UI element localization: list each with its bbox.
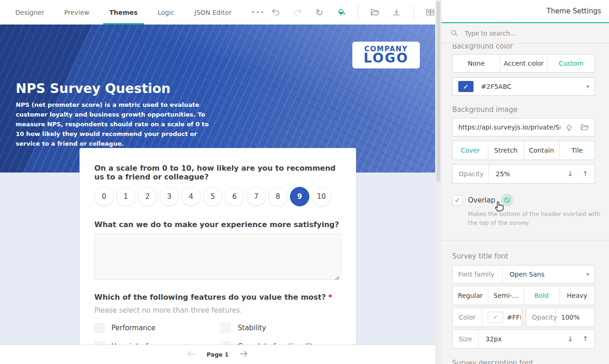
fit-tile-button[interactable]: Tile: [559, 141, 595, 160]
choice-label: Performance: [111, 324, 155, 332]
nps-option-0[interactable]: 0: [94, 187, 114, 206]
overlap-checkbox[interactable]: ✓: [452, 195, 462, 205]
comment-textarea[interactable]: [94, 234, 341, 280]
choice-performance[interactable]: Performance: [94, 323, 221, 333]
nps-option-4[interactable]: 4: [181, 187, 201, 206]
bgcolor-accent-button[interactable]: Accent color: [500, 55, 547, 72]
fit-cover-button[interactable]: Cover: [453, 141, 488, 160]
nps-option-1[interactable]: 1: [116, 187, 135, 206]
font-opacity-value: 100%: [556, 314, 580, 321]
more-tabs-button[interactable]: •••: [246, 0, 271, 25]
description-font-label: Survey description font: [452, 359, 595, 364]
weight-bold-button[interactable]: Bold: [523, 286, 559, 305]
choice-user-interface[interactable]: User interface: [94, 341, 221, 345]
font-color-label: Color: [453, 308, 482, 327]
checkbox-icon[interactable]: [94, 323, 105, 333]
download-icon[interactable]: [392, 7, 402, 18]
nps-option-5[interactable]: 5: [203, 187, 222, 206]
overlap-label: Overlap: [468, 196, 495, 204]
tab-designer[interactable]: Designer: [9, 0, 50, 25]
checkbox-icon[interactable]: [94, 341, 105, 345]
checkbox-icon[interactable]: [221, 341, 231, 345]
background-image-url-value: https://api.surveyjs.io/private/Surv: [458, 123, 560, 131]
theme-editor-app: Designer Preview Themes Logic JSON Edito…: [0, 0, 609, 364]
title-font-label: Survey title font: [452, 252, 595, 260]
survey-preview: COMPANY LOGO NPS Survey Question NPS (ne…: [0, 25, 435, 364]
panel-title: Theme Settings: [547, 7, 601, 15]
nps-option-10[interactable]: 10: [312, 187, 331, 206]
image-opacity-spinner[interactable]: Opacity 25% ↓ ↑: [452, 164, 595, 184]
resize-grip-icon[interactable]: [335, 273, 339, 278]
weight-semibold-button[interactable]: Semi-...: [488, 286, 523, 305]
decrease-icon[interactable]: ↓: [567, 335, 573, 343]
background-color-picker[interactable]: #2F5ABC ▾: [452, 77, 595, 96]
overlap-description: Makes the bottom of the header overlaid …: [468, 210, 603, 228]
nps-option-2[interactable]: 2: [138, 187, 157, 206]
main-column: Designer Preview Themes Logic JSON Edito…: [0, 0, 435, 364]
page-navigation: Page 1: [0, 345, 435, 364]
font-family-label: Font family: [458, 265, 503, 283]
company-logo: COMPANY LOGO: [352, 42, 420, 68]
pencil-icon: [492, 314, 498, 320]
search-input[interactable]: Type to search...: [442, 23, 609, 43]
paint-bucket-icon[interactable]: [336, 7, 346, 18]
checkbox-title-text: Which of the following features do you v…: [94, 293, 328, 302]
decrease-icon[interactable]: ↓: [567, 170, 573, 178]
scrollbar-thumb[interactable]: [437, 1, 440, 182]
font-color-field[interactable]: Color #FFFFFF: [452, 308, 522, 327]
toolbar-separator: [358, 6, 358, 19]
choice-label: Stability: [238, 324, 266, 332]
font-opacity-field[interactable]: Opacity 100%: [526, 308, 596, 327]
choice-complete-functionality[interactable]: Complete functionality: [221, 341, 341, 345]
font-weight-options: Regular Semi-... Bold Heavy: [452, 286, 595, 305]
next-page-icon[interactable]: [240, 350, 248, 359]
clear-image-icon[interactable]: [564, 123, 573, 132]
open-file-icon[interactable]: [370, 7, 380, 18]
tab-preview[interactable]: Preview: [58, 0, 96, 25]
font-color-swatch[interactable]: [488, 312, 503, 323]
font-color-value: #FFFFFF: [507, 314, 521, 321]
side-panel-toggle-icon[interactable]: [425, 7, 436, 18]
font-family-dropdown[interactable]: Font family Open Sans ▾: [452, 265, 595, 284]
choose-file-icon[interactable]: [580, 123, 589, 132]
prev-page-icon[interactable]: [187, 350, 196, 359]
increase-icon[interactable]: ↑: [582, 170, 588, 178]
redo-icon[interactable]: [293, 7, 303, 18]
spinner-arrows: ↓ ↑: [567, 335, 595, 343]
chevron-down-icon[interactable]: ▾: [586, 83, 589, 90]
fit-stretch-button[interactable]: Stretch: [488, 141, 523, 160]
increase-icon[interactable]: ↑: [582, 335, 588, 343]
nps-option-7[interactable]: 7: [246, 187, 266, 206]
fit-contain-button[interactable]: Contain: [523, 141, 559, 160]
background-color-label: Background color: [452, 44, 595, 50]
tab-themes[interactable]: Themes: [103, 0, 143, 25]
background-color-value: #2F5ABC: [481, 83, 511, 90]
nps-option-6[interactable]: 6: [225, 187, 244, 206]
bgcolor-custom-button[interactable]: Custom: [547, 55, 595, 72]
opacity-label: Opacity: [453, 165, 489, 183]
font-size-spinner[interactable]: Size 32px ↓ ↑: [452, 329, 595, 349]
image-fit-options: Cover Stretch Contain Tile: [452, 141, 595, 160]
reset-overlap-icon[interactable]: [501, 194, 513, 206]
weight-heavy-button[interactable]: Heavy: [559, 286, 595, 305]
theme-settings-panel: Theme Settings Type to search... Backgro…: [442, 0, 609, 364]
choice-stability[interactable]: Stability: [221, 323, 341, 333]
bgcolor-none-button[interactable]: None: [453, 55, 500, 72]
chevron-down-icon[interactable]: ▾: [586, 271, 589, 278]
undo-icon[interactable]: [271, 7, 281, 18]
tab-logic[interactable]: Logic: [152, 0, 181, 25]
main-scrollbar[interactable]: [435, 0, 442, 364]
checkbox-icon[interactable]: [221, 323, 231, 333]
tab-json-editor[interactable]: JSON Editor: [188, 0, 237, 25]
panel-body: Background color None Accent color Custo…: [442, 43, 609, 364]
font-opacity-label: Opacity: [526, 308, 556, 327]
nps-option-8[interactable]: 8: [268, 187, 288, 206]
reset-theme-icon[interactable]: ↻: [314, 7, 325, 18]
nps-option-9-selected[interactable]: 9: [290, 187, 309, 206]
color-swatch[interactable]: [458, 81, 474, 92]
weight-regular-button[interactable]: Regular: [453, 286, 488, 305]
toolbar-actions: ↻: [271, 0, 442, 25]
survey-description: NPS (net promoter score) is a metric use…: [16, 100, 215, 148]
background-image-url-input[interactable]: https://api.surveyjs.io/private/Surv: [452, 118, 595, 136]
nps-option-3[interactable]: 3: [160, 187, 179, 206]
